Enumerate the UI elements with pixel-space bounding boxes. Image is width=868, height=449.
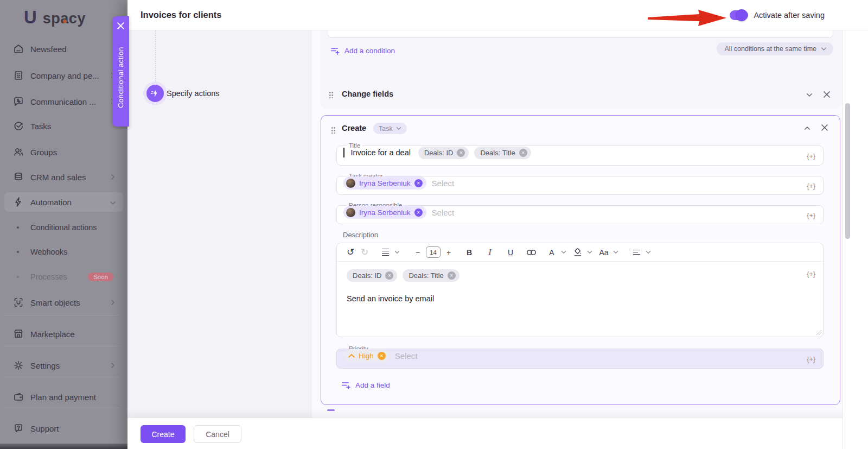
people-icon bbox=[13, 147, 24, 157]
sidebar-item-crm[interactable]: CRM and sales bbox=[4, 167, 123, 187]
sidebar-item-tasks[interactable]: Tasks bbox=[4, 116, 123, 136]
link-icon bbox=[526, 249, 537, 256]
sidebar-item-label: Support bbox=[30, 424, 59, 433]
select-placeholder: Select bbox=[432, 179, 455, 188]
user-chip[interactable]: Iryna Serbeniuk × bbox=[343, 206, 426, 219]
close-icon[interactable] bbox=[117, 22, 125, 30]
sidebar-item-company[interactable]: Company and pe... bbox=[4, 66, 123, 85]
merge-chip-deals-title[interactable]: Deals: Title × bbox=[403, 269, 459, 282]
merge-chip-deals-id[interactable]: Deals: ID × bbox=[347, 269, 397, 282]
insert-variable-button[interactable]: {+} bbox=[807, 270, 815, 278]
sidebar-item-plan-payment[interactable]: Plan and payment bbox=[4, 387, 123, 407]
insert-variable-button[interactable]: {+} bbox=[807, 153, 815, 160]
add-condition-link[interactable]: Add a condition bbox=[331, 47, 395, 55]
task-creator-field[interactable]: Task creator Iryna Serbeniuk × Select {+… bbox=[336, 173, 824, 195]
italic-button[interactable]: I bbox=[484, 246, 496, 259]
line-height-button[interactable] bbox=[379, 246, 391, 259]
font-color-button[interactable]: A bbox=[546, 246, 558, 259]
sidebar-item-label: Smart objects bbox=[30, 298, 80, 307]
uspacy-logo[interactable]: U spacy bbox=[24, 8, 86, 28]
close-icon[interactable] bbox=[820, 123, 829, 132]
screen-bottom-edge bbox=[0, 444, 127, 449]
insert-variable-button[interactable]: {+} bbox=[807, 212, 815, 219]
conditional-action-tab[interactable]: Conditional action bbox=[112, 16, 129, 127]
sidebar-item-automation[interactable]: Automation bbox=[4, 192, 123, 212]
chevron-down-icon[interactable] bbox=[560, 249, 567, 256]
font-size-value[interactable]: 14 bbox=[426, 246, 441, 258]
divider bbox=[4, 315, 119, 315]
title-field[interactable]: Title Invoice for a deal Deals: ID × Dea… bbox=[336, 143, 824, 166]
priority-field[interactable]: Priority High × Select {+} bbox=[336, 346, 824, 369]
redo-button[interactable]: ↻ bbox=[359, 246, 371, 259]
storefront-icon bbox=[13, 328, 24, 339]
chevron-down-icon[interactable] bbox=[612, 249, 620, 256]
font-size-decrease-button[interactable]: − bbox=[412, 246, 424, 259]
chevron-down-icon[interactable] bbox=[586, 249, 593, 256]
line-height-icon bbox=[382, 249, 389, 256]
create-button[interactable]: Create bbox=[141, 425, 186, 443]
chip-remove-icon[interactable]: × bbox=[519, 149, 527, 157]
sidebar-item-marketplace[interactable]: Marketplace bbox=[4, 324, 123, 344]
close-icon[interactable] bbox=[822, 90, 831, 99]
merge-chip-deals-title[interactable]: Deals: Title × bbox=[474, 147, 531, 159]
resize-handle[interactable] bbox=[816, 330, 821, 335]
drag-handle-icon[interactable] bbox=[329, 91, 333, 98]
description-editor[interactable]: ↺ ↻ − 14 + B I U bbox=[336, 243, 824, 337]
priority-chip-high[interactable]: High × bbox=[343, 349, 390, 362]
next-action-block-edge bbox=[327, 409, 335, 411]
align-button[interactable] bbox=[630, 246, 642, 259]
sidebar-subitem-conditional-actions[interactable]: Conditional actions bbox=[4, 219, 123, 236]
activate-toggle[interactable] bbox=[730, 10, 748, 20]
sidebar-item-communication[interactable]: Communication ... bbox=[4, 92, 123, 111]
sidebar-item-groups[interactable]: Groups bbox=[4, 142, 123, 162]
underline-button[interactable]: U bbox=[505, 246, 516, 259]
sidebar-item-settings[interactable]: Settings bbox=[4, 356, 123, 375]
condition-value-input[interactable] bbox=[328, 30, 833, 38]
collapse-chevron-icon[interactable] bbox=[803, 124, 812, 132]
sidebar-item-smart-objects[interactable]: Smart objects bbox=[4, 293, 123, 312]
link-button[interactable] bbox=[525, 246, 537, 259]
bold-button[interactable]: B bbox=[463, 246, 475, 259]
priority-high-icon bbox=[348, 353, 355, 358]
add-field-link[interactable]: Add a field bbox=[342, 381, 390, 389]
chip-remove-icon[interactable]: × bbox=[378, 352, 386, 360]
sidebar-item-newsfeed[interactable]: Newsfeed bbox=[4, 39, 123, 59]
screen: U spacy Newsfeed Company and pe... Commu… bbox=[0, 0, 868, 449]
description-text[interactable]: Send an invoice by email bbox=[347, 294, 434, 303]
insert-variable-button[interactable]: {+} bbox=[807, 182, 815, 190]
person-responsible-field[interactable]: Person responsible Iryna Serbeniuk × Sel… bbox=[336, 203, 824, 224]
chip-remove-icon[interactable]: × bbox=[414, 179, 423, 187]
insert-variable-button[interactable]: {+} bbox=[807, 356, 815, 363]
chevron-down-icon[interactable] bbox=[644, 249, 652, 256]
merge-chip-deals-id[interactable]: Deals: ID × bbox=[418, 147, 469, 159]
chip-remove-icon[interactable]: × bbox=[385, 271, 393, 280]
chip-remove-icon[interactable]: × bbox=[414, 208, 423, 217]
highlight-color-button[interactable] bbox=[572, 246, 584, 259]
scrollbar-track[interactable] bbox=[843, 0, 868, 449]
sidebar-item-support[interactable]: Support bbox=[4, 419, 123, 438]
chip-label: Deals: Title bbox=[480, 149, 515, 157]
entity-type-dropdown[interactable]: Task bbox=[373, 123, 407, 134]
chip-remove-icon[interactable]: × bbox=[457, 149, 465, 157]
collapse-chevron-icon[interactable] bbox=[805, 91, 814, 99]
undo-button[interactable]: ↺ bbox=[344, 246, 356, 259]
text-case-button[interactable]: Aa bbox=[598, 246, 610, 259]
sidebar-item-label: Communication ... bbox=[30, 97, 96, 106]
drag-handle-icon[interactable] bbox=[331, 126, 335, 134]
scrollbar-thumb[interactable] bbox=[845, 103, 850, 239]
bullet-icon bbox=[17, 276, 19, 278]
sidebar-subitem-webhooks[interactable]: Webhooks bbox=[4, 244, 123, 260]
title-field-value[interactable]: Invoice for a deal bbox=[351, 148, 411, 157]
user-chip[interactable]: Iryna Serbeniuk × bbox=[343, 176, 426, 189]
bullet-icon bbox=[17, 251, 19, 253]
conditions-mode-dropdown[interactable]: All conditions at the same time bbox=[717, 42, 833, 55]
chevron-right-icon bbox=[110, 174, 116, 180]
chevron-down-icon[interactable] bbox=[393, 249, 401, 256]
chip-remove-icon[interactable]: × bbox=[448, 271, 456, 280]
gear-icon bbox=[13, 360, 24, 371]
cancel-button[interactable]: Cancel bbox=[194, 425, 241, 443]
sidebar-item-label: Groups bbox=[30, 148, 57, 157]
toggle-knob bbox=[736, 9, 748, 21]
divider bbox=[4, 377, 119, 377]
font-size-increase-button[interactable]: + bbox=[443, 246, 455, 259]
